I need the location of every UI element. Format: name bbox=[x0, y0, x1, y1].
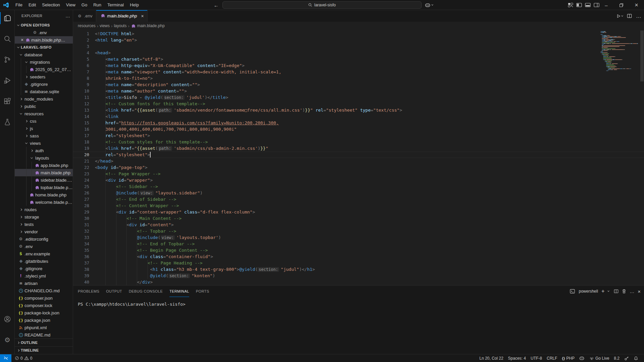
code-line-25[interactable]: 25 <!-- Sidebar --> bbox=[73, 183, 644, 190]
code-line-34[interactable]: 34 <!-- End of Topbar --> bbox=[73, 241, 644, 247]
code-line-9[interactable]: 9 <meta name="description" content=""> bbox=[73, 81, 644, 88]
run-button[interactable] bbox=[616, 14, 623, 18]
tree-folder-vendor[interactable]: vendor bbox=[15, 228, 73, 235]
menu-run[interactable]: Run bbox=[90, 2, 104, 7]
open-editor-.env[interactable]: ⚙.env bbox=[15, 29, 73, 36]
close-panel-button[interactable]: × bbox=[638, 289, 641, 294]
code-line-27[interactable]: 27 <!-- End of Sidebar --> bbox=[73, 196, 644, 202]
menu-edit[interactable]: Edit bbox=[25, 2, 39, 7]
code-line-22[interactable]: 22<body id="page-top"> bbox=[73, 164, 644, 171]
activity-source-control-icon[interactable] bbox=[0, 52, 15, 68]
restore-button[interactable] bbox=[614, 0, 629, 10]
tree-file-phpunit.xml[interactable]: phpunit.xml bbox=[15, 324, 73, 331]
minimize-button[interactable]: – bbox=[599, 0, 614, 10]
status-eol[interactable]: CRLF bbox=[545, 355, 559, 362]
copilot-button[interactable] bbox=[425, 1, 433, 9]
shell-label[interactable]: powershell bbox=[579, 289, 598, 294]
activity-accounts-icon[interactable] bbox=[0, 311, 15, 327]
menu-selection[interactable]: Selection bbox=[39, 2, 63, 7]
kill-terminal-trash-button[interactable] bbox=[622, 289, 626, 294]
activity-settings-icon[interactable]: ⚙ bbox=[0, 332, 15, 348]
code-line-36[interactable]: 36 <div class="container-fluid"> bbox=[73, 253, 644, 260]
section-timeline[interactable]: TIMELINE bbox=[15, 346, 73, 354]
tree-file-topbar.blade.php[interactable]: topbar.blade.php bbox=[15, 184, 73, 191]
tree-file-readme.md[interactable]: README.md bbox=[15, 331, 73, 339]
menu-help[interactable]: Help bbox=[127, 2, 142, 7]
menu-go[interactable]: Go bbox=[78, 2, 90, 7]
tree-folder-seeders[interactable]: seeders bbox=[15, 73, 73, 80]
status-language-mode[interactable]: {}PHP bbox=[560, 355, 576, 362]
code-line-15[interactable]: 15 href="https://fonts.googleapis.com/cs… bbox=[73, 120, 644, 126]
tree-file-.env.example[interactable]: $.env.example bbox=[15, 250, 73, 257]
panel-tab-problems[interactable]: PROBLEMS bbox=[78, 286, 99, 297]
tree-file-sidebar.blade.php[interactable]: sidebar.blade.php bbox=[15, 176, 73, 184]
status-encoding[interactable]: UTF-8 bbox=[529, 355, 544, 362]
tree-file-.gitignore[interactable]: .gitignore bbox=[15, 80, 73, 88]
activity-testing-icon[interactable] bbox=[0, 114, 15, 130]
code-line-40[interactable]: 40 </div> bbox=[73, 279, 644, 285]
tree-folder-database[interactable]: database bbox=[15, 51, 73, 58]
menu-file[interactable]: File bbox=[12, 2, 25, 7]
code-line-35[interactable]: 35 <!-- Begin Page Content --> bbox=[73, 247, 644, 253]
code-line-33[interactable]: 33 @include(view:'layouts.topbar') bbox=[73, 234, 644, 241]
split-terminal-button[interactable] bbox=[614, 289, 619, 294]
code-line-28[interactable]: 28 <!-- Content Wrapper --> bbox=[73, 202, 644, 209]
tree-folder-routes[interactable]: routes bbox=[15, 206, 73, 213]
code-line-6[interactable]: 6 <meta http-equiv="X-UA-Compatible" con… bbox=[73, 62, 644, 69]
minimap[interactable] bbox=[599, 30, 639, 285]
activity-extensions-icon[interactable] bbox=[0, 93, 15, 109]
code-line-18[interactable]: 18 <!-- Custom styles for this template-… bbox=[73, 139, 644, 145]
tree-file-.styleci.yml[interactable]: !.styleci.yml bbox=[15, 272, 73, 280]
code-line-3[interactable]: 3 bbox=[73, 43, 644, 50]
tree-file-package-lock.json[interactable]: {}package-lock.json bbox=[15, 309, 73, 316]
new-terminal-button[interactable]: + bbox=[601, 288, 604, 294]
code-line-8[interactable]: 8 shrink-to-fit=no"> bbox=[73, 75, 644, 81]
tree-folder-views[interactable]: views bbox=[15, 139, 73, 147]
code-line-31[interactable]: 31 <div id="content"> bbox=[73, 222, 644, 228]
tree-folder-css[interactable]: css bbox=[15, 117, 73, 125]
breadcrumb-item-main.blade.php[interactable]: main.blade.php bbox=[131, 23, 165, 28]
tab-main.blade.php[interactable]: main.blade.php× bbox=[96, 10, 148, 22]
tree-folder-storage[interactable]: storage bbox=[15, 213, 73, 221]
toggle-panel-icon[interactable] bbox=[585, 2, 591, 8]
tab-.env[interactable]: ⚙.env bbox=[73, 10, 96, 22]
code-line-38[interactable]: 38 <h1 class="h3 mb-4 text-gray-800">@yi… bbox=[73, 266, 644, 273]
status-go-live[interactable]: Go Live bbox=[588, 355, 611, 362]
code-line-20[interactable]: 20 rel="stylesheet"> bbox=[73, 152, 644, 158]
remote-indicator[interactable] bbox=[0, 354, 11, 362]
code-line-4[interactable]: 4<head> bbox=[73, 50, 644, 56]
tree-file-home.blade.php[interactable]: home.blade.php bbox=[15, 191, 73, 198]
tree-file-changelog.md[interactable]: CHANGELOG.md bbox=[15, 287, 73, 294]
code-line-26[interactable]: 26 @include(view:"layouts.sidebar") bbox=[73, 190, 644, 196]
editor-scrollbar[interactable] bbox=[640, 31, 644, 81]
customize-layout-icon[interactable] bbox=[568, 2, 573, 8]
activity-search-icon[interactable] bbox=[0, 31, 15, 47]
status-cursor-position[interactable]: Ln 20, Col 22 bbox=[478, 355, 505, 362]
code-line-37[interactable]: 37 <!-- Page Heading --> bbox=[73, 260, 644, 266]
split-editor-button[interactable] bbox=[627, 13, 632, 18]
code-line-10[interactable]: 10 <meta name="author" content=""> bbox=[73, 88, 644, 94]
status-notifications[interactable] bbox=[632, 355, 640, 362]
code-line-21[interactable]: 21</head> bbox=[73, 158, 644, 164]
code-line-14[interactable]: 14 <link bbox=[73, 113, 644, 120]
tree-folder-js[interactable]: js bbox=[15, 125, 73, 132]
status-key[interactable] bbox=[623, 355, 631, 362]
tree-file-.gitattributes[interactable]: .gitattributes bbox=[15, 257, 73, 265]
breadcrumb-item-resources[interactable]: resources bbox=[78, 23, 96, 28]
code-line-5[interactable]: 5 <meta charset="utf-8"> bbox=[73, 56, 644, 62]
explorer-more-actions-icon[interactable]: … bbox=[65, 14, 70, 17]
code-line-13[interactable]: 13 <link href="{{asset(path:'sbadmin/ven… bbox=[73, 107, 644, 113]
panel-tab-ports[interactable]: PORTS bbox=[196, 286, 209, 297]
tree-file-2025-05-22-07193-[interactable]: 2025_05_22_07193… bbox=[15, 66, 73, 73]
status-copilot[interactable] bbox=[578, 355, 586, 362]
code-line-24[interactable]: 24 <div id="wrapper"> bbox=[73, 177, 644, 183]
terminal-dropdown-icon[interactable] bbox=[607, 290, 609, 292]
code-line-7[interactable]: 7 <meta name="viewport" content="width=d… bbox=[73, 69, 644, 75]
tree-file-composer.lock[interactable]: {}composer.lock bbox=[15, 302, 73, 309]
code-line-1[interactable]: 1<!DOCTYPE html> bbox=[73, 31, 644, 37]
tree-folder-sass[interactable]: sass bbox=[15, 132, 73, 139]
panel-tab-debug-console[interactable]: DEBUG CONSOLE bbox=[129, 286, 163, 297]
menu-terminal[interactable]: Terminal bbox=[104, 2, 127, 7]
status-indentation[interactable]: Spaces: 4 bbox=[506, 355, 528, 362]
tree-folder-tests[interactable]: tests bbox=[15, 221, 73, 228]
